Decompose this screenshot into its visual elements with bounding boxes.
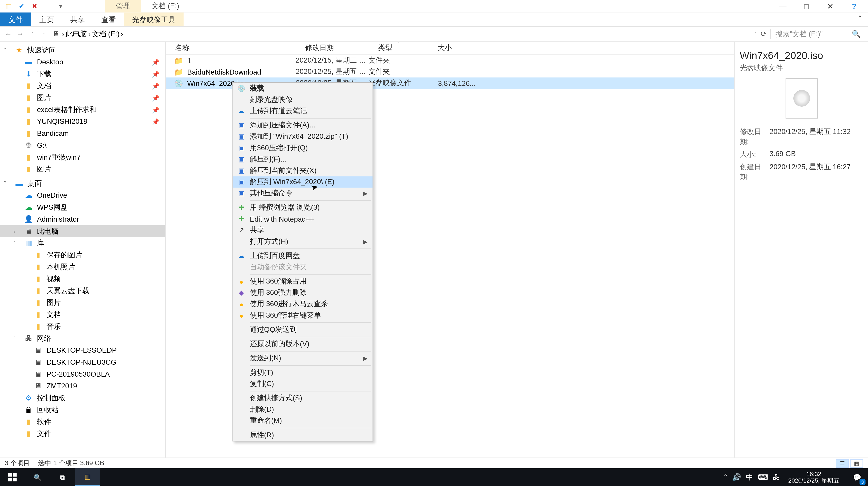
ribbon-tab-home[interactable]: 主页 [31, 12, 62, 26]
column-date[interactable]: 修改日期 [296, 43, 368, 53]
tree-pics2[interactable]: ▮图片 [0, 163, 165, 175]
context-menu-item[interactable]: 发送到(N)▶ [233, 353, 373, 364]
start-button[interactable] [0, 468, 25, 486]
view-icons-button[interactable]: ▦ [850, 459, 863, 467]
ribbon-tab-view[interactable]: 查看 [93, 12, 124, 26]
chevron-right-icon[interactable]: › [88, 30, 91, 38]
tree-documents[interactable]: ▮文档📌 [0, 80, 165, 92]
back-button[interactable]: ← [2, 30, 14, 38]
context-menu-item[interactable]: 打开方式(H)▶ [233, 236, 373, 247]
qat-dropdown-icon[interactable]: ▾ [56, 1, 66, 11]
taskbar-explorer[interactable]: ▥ [75, 468, 100, 486]
refresh-button[interactable]: ⟳ [761, 30, 767, 38]
context-menu-item[interactable]: ▣解压到 Win7x64_2020\ (E) [233, 176, 373, 188]
tree-onedrive[interactable]: ☁OneDrive [0, 190, 165, 201]
navigation-tree[interactable]: ˅★快速访问 ▬Desktop📌 ⬇下载📌 ▮文档📌 ▮图片📌 ▮excel表格… [0, 42, 166, 458]
breadcrumb[interactable]: 🖥 › 此电脑 › 文档 (E:) › [50, 29, 750, 39]
tree-tianyi[interactable]: ▮天翼云盘下载 [0, 285, 165, 297]
context-menu-item[interactable]: 复制(C) [233, 378, 373, 390]
help-button[interactable]: ? [845, 0, 863, 12]
tree-pc4[interactable]: 🖥ZMT2019 [0, 380, 165, 392]
tree-libraries[interactable]: ˅▥库 [0, 237, 165, 249]
tree-network[interactable]: ˅🖧网络 [0, 332, 165, 344]
context-menu-item[interactable]: ☁上传到有道云笔记 [233, 105, 373, 117]
maximize-button[interactable]: □ [798, 0, 815, 12]
ribbon-tab-share[interactable]: 共享 [62, 12, 93, 26]
column-size[interactable]: 大小 [428, 43, 482, 53]
tree-quick-access[interactable]: ˅★快速访问 [0, 44, 165, 56]
chevron-right-icon[interactable]: › [62, 30, 64, 38]
context-menu-item[interactable]: 刻录光盘映像 [233, 94, 373, 105]
file-row[interactable]: 📁BaiduNetdiskDownload2020/12/25, 星期五 1..… [166, 66, 735, 77]
context-menu-item[interactable]: ●使用 360进行木马云查杀 [233, 298, 373, 310]
search-button[interactable]: 🔍 [25, 468, 50, 486]
close-button[interactable]: ✕ [822, 0, 839, 12]
ribbon-tab-iso-tools[interactable]: 光盘映像工具 [124, 12, 184, 26]
tree-files[interactable]: ▮文件 [0, 428, 165, 440]
tree-control-panel[interactable]: ⚙控制面板 [0, 392, 165, 404]
tree-desktop-root[interactable]: ˅▬桌面 [0, 177, 165, 190]
context-menu-item[interactable]: ▣解压到当前文件夹(X) [233, 165, 373, 176]
tray-network-icon[interactable]: 🖧 [773, 473, 780, 482]
recent-locations-icon[interactable]: ˅ [26, 31, 38, 37]
ribbon-tab-file[interactable]: 文件 [0, 12, 31, 26]
context-menu-item[interactable]: 创建快捷方式(S) [233, 393, 373, 404]
context-menu-item[interactable]: 剪切(T) [233, 367, 373, 378]
tree-pics3[interactable]: ▮图片 [0, 297, 165, 308]
context-menu-item[interactable]: 还原以前的版本(V) [233, 338, 373, 350]
context-menu-item[interactable]: ✚用 蜂蜜浏览器 浏览(3) [233, 202, 373, 213]
context-menu-item[interactable]: ☁上传到百度网盘 [233, 250, 373, 262]
tree-pictures[interactable]: ▮图片📌 [0, 92, 165, 104]
context-menu-item[interactable]: 删除(D) [233, 404, 373, 415]
tree-videos[interactable]: ▮视频 [0, 273, 165, 285]
context-menu-item[interactable]: 💿装载 [233, 83, 373, 94]
view-details-button[interactable]: ☰ [836, 459, 849, 467]
tree-excel[interactable]: ▮excel表格制作求和📌 [0, 104, 165, 116]
tray-chevron-icon[interactable]: ˄ [724, 473, 727, 482]
context-menu-item[interactable]: 重命名(M) [233, 415, 373, 427]
context-menu-item[interactable]: ●使用 360解除占用 [233, 276, 373, 287]
properties-icon[interactable]: ☰ [43, 1, 53, 11]
context-menu-item[interactable]: ◆使用 360强力删除 [233, 287, 373, 298]
context-menu-item[interactable]: ▣其他压缩命令▶ [233, 188, 373, 199]
tree-pc1[interactable]: 🖥DESKTOP-LSSOEDP [0, 344, 165, 356]
context-menu-item[interactable]: ▣添加到压缩文件(A)... [233, 120, 373, 131]
system-tray[interactable]: ˄ 🔊 中 ⌨ 🖧 16:32 2020/12/25, 星期五 💬3 [724, 468, 868, 486]
column-name[interactable]: 名称 [166, 43, 296, 53]
tray-ime-mode-icon[interactable]: ⌨ [758, 473, 768, 482]
context-menu-item[interactable]: ✚Edit with Notepad++ [233, 213, 373, 225]
minimize-button[interactable]: — [774, 0, 792, 12]
task-view-button[interactable]: ⧉ [50, 468, 75, 486]
tree-software[interactable]: ▮软件 [0, 416, 165, 428]
context-menu-item[interactable]: 属性(R) [233, 429, 373, 441]
context-menu-item[interactable]: ▣解压到(F)... [233, 154, 373, 165]
tree-wps[interactable]: ☁WPS网盘 [0, 201, 165, 213]
address-dropdown-icon[interactable]: ˅ [754, 31, 757, 37]
tree-music[interactable]: ▮音乐 [0, 321, 165, 332]
tree-admin[interactable]: 👤Administrator [0, 213, 165, 225]
tree-saved-pics[interactable]: ▮保存的图片 [0, 249, 165, 261]
context-menu-item[interactable]: ▣用360压缩打开(Q) [233, 142, 373, 154]
tree-docs3[interactable]: ▮文档 [0, 308, 165, 321]
column-headers[interactable]: ˄ 名称 修改日期 类型 大小 [166, 42, 735, 55]
tree-recycle-bin[interactable]: 🗑回收站 [0, 404, 165, 416]
context-menu-item[interactable]: 通过QQ发送到 [233, 324, 373, 335]
breadcrumb-folder[interactable]: 文档 (E:) [92, 29, 120, 39]
action-center-button[interactable]: 💬3 [848, 468, 867, 486]
tree-gdrive[interactable]: ⛃G:\ [0, 139, 165, 151]
context-menu-item[interactable]: ↗共享 [233, 225, 373, 236]
delete-icon[interactable]: ✖ [30, 1, 39, 11]
tree-bandicam[interactable]: ▮Bandicam [0, 127, 165, 139]
context-menu-item[interactable]: ●使用 360管理右键菜单 [233, 310, 373, 321]
breadcrumb-root[interactable]: 此电脑 [66, 29, 87, 39]
context-menu-item[interactable]: ▣添加到 "Win7x64_2020.zip" (T) [233, 131, 373, 142]
tree-pc2[interactable]: 🖥DESKTOP-NJEU3CG [0, 356, 165, 368]
tray-ime-icon[interactable]: 中 [746, 472, 753, 482]
tree-desktop[interactable]: ▬Desktop📌 [0, 56, 165, 68]
taskbar-clock[interactable]: 16:32 2020/12/25, 星期五 [784, 470, 843, 484]
file-row[interactable]: 📁12020/12/15, 星期二 1...文件夹 [166, 55, 735, 66]
tree-pc3[interactable]: 🖥PC-20190530OBLA [0, 368, 165, 380]
search-input[interactable]: 搜索"文档 (E:)" 🔍 [770, 29, 866, 39]
tree-this-pc[interactable]: ›🖥此电脑 [0, 225, 165, 237]
ribbon-expand-icon[interactable]: ˅ [852, 12, 868, 26]
